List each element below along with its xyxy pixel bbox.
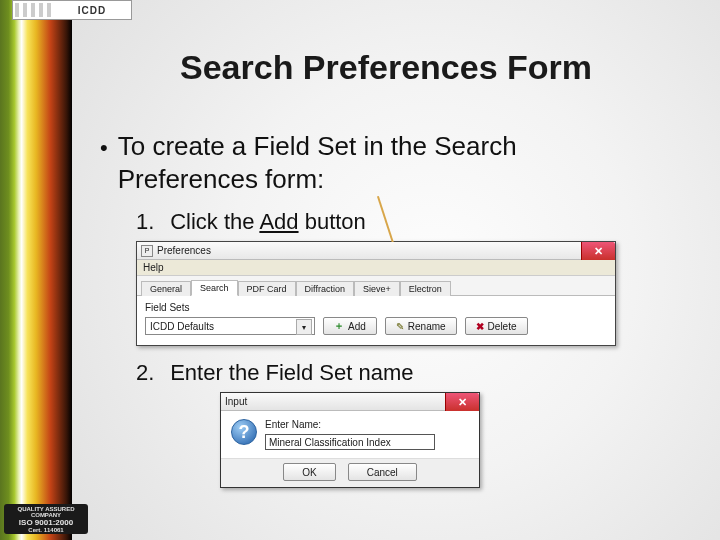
input-buttons: OK Cancel <box>221 458 479 487</box>
ok-label: OK <box>302 467 316 478</box>
input-titlebar: Input ✕ <box>221 393 479 411</box>
iso-line3: Cert. 114061 <box>28 527 63 533</box>
step-1-before: Click the <box>170 209 259 234</box>
step-1-em: Add <box>259 209 298 234</box>
step-1-num: 1. <box>136 209 164 235</box>
logo-text: ICDD <box>78 5 106 16</box>
iso-line1: QUALITY ASSURED COMPANY <box>4 506 88 518</box>
rename-label: Rename <box>408 321 446 332</box>
tab-diffraction[interactable]: Diffraction <box>296 281 354 296</box>
iso-badge: QUALITY ASSURED COMPANY ISO 9001:2000 Ce… <box>4 504 88 534</box>
tab-general[interactable]: General <box>141 281 191 296</box>
cancel-button[interactable]: Cancel <box>348 463 417 481</box>
input-prompt: Enter Name: <box>265 419 435 430</box>
step-2-num: 2. <box>136 360 164 386</box>
add-label: Add <box>348 321 366 332</box>
rename-button[interactable]: ✎ Rename <box>385 317 457 335</box>
bullet-dot: • <box>100 134 108 195</box>
cancel-label: Cancel <box>367 467 398 478</box>
input-body: ? Enter Name: Mineral Classification Ind… <box>221 411 479 458</box>
app-icon: P <box>141 245 153 257</box>
close-icon[interactable]: ✕ <box>581 242 615 260</box>
step-1-after: button <box>299 209 366 234</box>
preferences-dialog: P Preferences ✕ Help General Search PDF … <box>136 241 616 346</box>
pref-body: Field Sets ICDD Defaults ＋ Add ✎ Rename … <box>137 296 615 345</box>
tab-search[interactable]: Search <box>191 280 238 296</box>
body: • To create a Field Set in the Search Pr… <box>100 130 660 488</box>
name-field[interactable]: Mineral Classification Index <box>265 434 435 450</box>
step-2: 2. Enter the Field Set name <box>136 360 660 386</box>
tab-electron[interactable]: Electron <box>400 281 451 296</box>
tab-sieve[interactable]: Sieve+ <box>354 281 400 296</box>
input-title: Input <box>225 396 247 407</box>
decorative-stripe <box>0 0 72 540</box>
add-button[interactable]: ＋ Add <box>323 317 377 335</box>
pref-menubar: Help <box>137 260 615 276</box>
pref-titlebar: P Preferences ✕ <box>137 242 615 260</box>
icdd-logo: ICDD <box>12 0 132 20</box>
intro-bullet: • To create a Field Set in the Search Pr… <box>100 130 660 195</box>
intro-text: To create a Field Set in the Search Pref… <box>118 130 660 195</box>
input-right: Enter Name: Mineral Classification Index <box>265 419 435 450</box>
close-icon[interactable]: ✕ <box>445 393 479 411</box>
name-field-value: Mineral Classification Index <box>269 437 391 448</box>
step-2-text: Enter the Field Set name <box>170 360 413 385</box>
ok-button[interactable]: OK <box>283 463 335 481</box>
input-dialog: Input ✕ ? Enter Name: Mineral Classifica… <box>220 392 480 488</box>
question-icon: ? <box>231 419 257 445</box>
fieldsets-label: Field Sets <box>145 302 607 313</box>
pencil-icon: ✎ <box>396 321 404 332</box>
delete-button[interactable]: ✖ Delete <box>465 317 528 335</box>
plus-icon: ＋ <box>334 319 344 333</box>
page-title: Search Preferences Form <box>180 48 592 87</box>
delete-label: Delete <box>488 321 517 332</box>
slide: ICDD QUALITY ASSURED COMPANY ISO 9001:20… <box>0 0 720 540</box>
iso-line2: ISO 9001:2000 <box>19 518 73 527</box>
fieldset-dropdown[interactable]: ICDD Defaults <box>145 317 315 335</box>
menu-help[interactable]: Help <box>143 262 164 273</box>
delete-icon: ✖ <box>476 321 484 332</box>
pref-tabs: General Search PDF Card Diffraction Siev… <box>137 276 615 296</box>
step-1: 1. Click the Add button <box>136 209 660 235</box>
tab-pdf-card[interactable]: PDF Card <box>238 281 296 296</box>
fieldsets-row: ICDD Defaults ＋ Add ✎ Rename ✖ Delete <box>145 317 607 335</box>
dropdown-value: ICDD Defaults <box>150 321 214 332</box>
pref-title: Preferences <box>157 245 211 256</box>
